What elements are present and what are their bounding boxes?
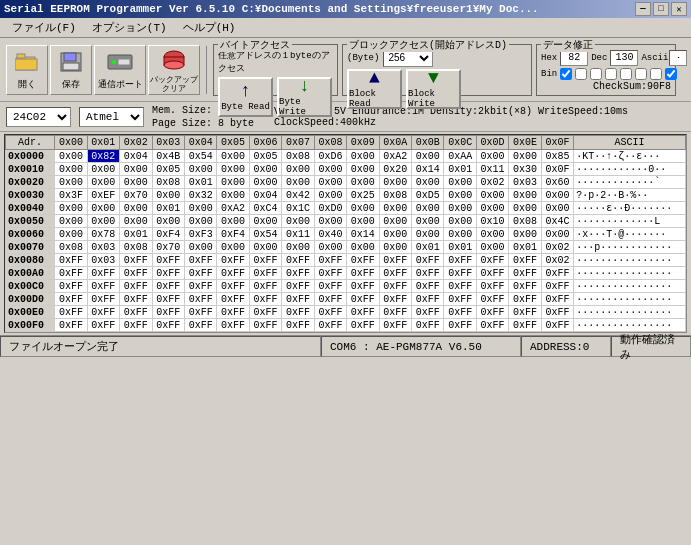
cell-data[interactable]: 0x03	[509, 176, 541, 189]
cell-data[interactable]: 0x00	[444, 189, 476, 202]
cell-data[interactable]: 0x20	[379, 163, 411, 176]
cell-data[interactable]: 0x00	[87, 163, 119, 176]
cell-data[interactable]: 0x00	[282, 215, 314, 228]
cell-data[interactable]: 0x00	[120, 202, 152, 215]
cell-data[interactable]: 0xFF	[476, 254, 508, 267]
cell-data[interactable]: 0xFF	[379, 267, 411, 280]
cell-data[interactable]: 0xFF	[120, 306, 152, 319]
cell-data[interactable]: 0x00	[217, 215, 249, 228]
cell-data[interactable]: 0xFF	[412, 319, 444, 332]
block-write-button[interactable]: ▼ Block Write	[406, 69, 461, 109]
close-button[interactable]: ✕	[671, 2, 687, 16]
cell-data[interactable]: 0xFF	[217, 267, 249, 280]
cell-data[interactable]: 0xFF	[476, 306, 508, 319]
cell-data[interactable]: 0x00	[249, 241, 281, 254]
cell-data[interactable]: 0x00	[55, 150, 87, 163]
cell-data[interactable]: 0xFF	[314, 293, 346, 306]
cell-data[interactable]: 0xFF	[217, 306, 249, 319]
cell-data[interactable]: 0x00	[476, 150, 508, 163]
cell-data[interactable]: 0xFF	[282, 319, 314, 332]
cell-data[interactable]: 0xD0	[314, 202, 346, 215]
cell-data[interactable]: 0x30	[509, 163, 541, 176]
cell-data[interactable]: 0xFF	[412, 254, 444, 267]
cell-data[interactable]: 0x14	[412, 163, 444, 176]
cell-data[interactable]: 0xFF	[314, 267, 346, 280]
cell-data[interactable]: 0x00	[347, 163, 379, 176]
cell-data[interactable]: 0xA2	[217, 202, 249, 215]
cell-data[interactable]: 0xFF	[379, 254, 411, 267]
cell-data[interactable]: 0xFF	[55, 293, 87, 306]
cell-data[interactable]: 0x02	[541, 241, 573, 254]
cell-data[interactable]: 0xFF	[184, 319, 216, 332]
cell-data[interactable]: 0xFF	[249, 254, 281, 267]
cell-data[interactable]: 0x00	[55, 202, 87, 215]
cell-data[interactable]: 0x70	[120, 189, 152, 202]
cell-data[interactable]: 0xFF	[476, 267, 508, 280]
cell-data[interactable]: 0xFF	[152, 254, 184, 267]
cell-data[interactable]: 0xFF	[55, 280, 87, 293]
cell-data[interactable]: 0x11	[282, 228, 314, 241]
cell-data[interactable]: 0x4B	[152, 150, 184, 163]
cell-data[interactable]: 0xFF	[184, 306, 216, 319]
cell-data[interactable]: 0x04	[120, 150, 152, 163]
cell-data[interactable]: 0xFF	[509, 267, 541, 280]
cell-data[interactable]: 0xFF	[249, 280, 281, 293]
cell-data[interactable]: 0x00	[541, 228, 573, 241]
cell-data[interactable]: 0xFF	[87, 280, 119, 293]
cell-data[interactable]: 0x00	[347, 176, 379, 189]
cell-data[interactable]: 0xFF	[184, 293, 216, 306]
cell-data[interactable]: 0xFF	[217, 319, 249, 332]
byte-read-button[interactable]: ↑ Byte Read	[218, 77, 273, 117]
cell-data[interactable]: 0xFF	[314, 319, 346, 332]
cell-data[interactable]: 0x40	[314, 228, 346, 241]
cell-data[interactable]: 0x00	[444, 202, 476, 215]
cell-data[interactable]: 0x00	[412, 215, 444, 228]
cell-data[interactable]: 0x00	[541, 202, 573, 215]
cell-data[interactable]: 0xFF	[120, 319, 152, 332]
cell-data[interactable]: 0x08	[282, 150, 314, 163]
cell-data[interactable]: 0xFF	[87, 267, 119, 280]
cell-data[interactable]: 0x00	[282, 241, 314, 254]
cell-data[interactable]: 0xFF	[347, 267, 379, 280]
cell-data[interactable]: 0x00	[476, 202, 508, 215]
cell-data[interactable]: 0x00	[379, 176, 411, 189]
cell-data[interactable]: 0xFF	[120, 254, 152, 267]
cell-data[interactable]: 0xFF	[347, 306, 379, 319]
cell-data[interactable]: 0x01	[152, 202, 184, 215]
cell-data[interactable]: 0xFF	[55, 267, 87, 280]
cell-data[interactable]: 0x08	[55, 241, 87, 254]
cell-data[interactable]: 0x00	[347, 202, 379, 215]
cell-data[interactable]: 0xFF	[55, 306, 87, 319]
bin-cb5[interactable]	[620, 68, 632, 80]
cell-data[interactable]: 0xFF	[282, 306, 314, 319]
minimize-button[interactable]: —	[635, 2, 651, 16]
cell-data[interactable]: 0xFF	[379, 319, 411, 332]
bin-cb7[interactable]	[650, 68, 662, 80]
cell-data[interactable]: 0x00	[444, 228, 476, 241]
cell-data[interactable]: 0xFF	[314, 280, 346, 293]
cell-data[interactable]: 0x54	[184, 150, 216, 163]
cell-data[interactable]: 0x00	[55, 215, 87, 228]
cell-data[interactable]: 0xFF	[217, 293, 249, 306]
cell-data[interactable]: 0x01	[444, 163, 476, 176]
cell-data[interactable]: 0x00	[55, 163, 87, 176]
cell-data[interactable]: 0x00	[379, 202, 411, 215]
cell-data[interactable]: 0x00	[379, 241, 411, 254]
cell-data[interactable]: 0x85	[541, 150, 573, 163]
block-read-button[interactable]: ▲ Block Read	[347, 69, 402, 109]
cell-data[interactable]: 0x00	[87, 202, 119, 215]
cell-data[interactable]: 0xFF	[412, 280, 444, 293]
cell-data[interactable]: 0xD6	[314, 150, 346, 163]
cell-data[interactable]: 0x01	[120, 228, 152, 241]
cell-data[interactable]: 0xFF	[152, 267, 184, 280]
cell-data[interactable]: 0x00	[476, 228, 508, 241]
cell-data[interactable]: 0x00	[476, 241, 508, 254]
cell-data[interactable]: 0x00	[217, 189, 249, 202]
cell-data[interactable]: 0x00	[184, 241, 216, 254]
cell-data[interactable]: 0xFF	[249, 319, 281, 332]
cell-data[interactable]: 0xFF	[249, 293, 281, 306]
cell-data[interactable]: 0xFF	[347, 293, 379, 306]
cell-data[interactable]: 0xA2	[379, 150, 411, 163]
cell-data[interactable]: 0x08	[509, 215, 541, 228]
cell-data[interactable]: 0x00	[55, 228, 87, 241]
